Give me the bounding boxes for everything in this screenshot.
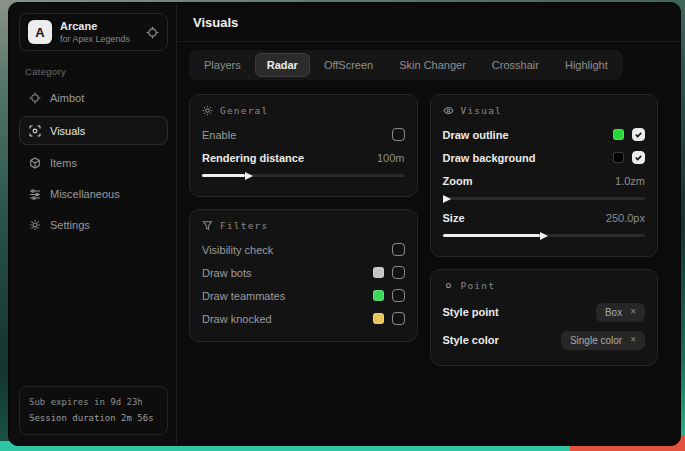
sun-icon (202, 105, 213, 116)
panel-visual: Visual Draw outline (430, 94, 659, 257)
rendering-distance-value: 100m (377, 152, 405, 164)
panel-point-header: Point (443, 280, 646, 291)
sidebar-item-label: Settings (50, 219, 90, 231)
draw-bots-row: Draw bots (202, 262, 405, 283)
tabs-container: Players Radar OffScreen Skin Changer Cro… (189, 50, 623, 80)
draw-outline-checkbox[interactable] (632, 128, 645, 141)
size-row: Size 250.0px (443, 207, 646, 228)
draw-knocked-row: Draw knocked (202, 308, 405, 329)
draw-knocked-label: Draw knocked (202, 313, 272, 325)
draw-teammates-checkbox[interactable] (392, 289, 405, 302)
draw-background-checkbox[interactable] (632, 151, 645, 164)
visibility-check-row: Visibility check (202, 239, 405, 260)
rendering-distance-label: Rendering distance (202, 152, 304, 164)
style-color-row: Style color Single color × (443, 327, 646, 353)
panel-title: Visual (461, 105, 503, 116)
sidebar-item-label: Aimbot (50, 92, 84, 104)
zoom-value: 1.0zm (615, 175, 645, 187)
tabbar: Players Radar OffScreen Skin Changer Cro… (177, 42, 680, 80)
draw-outline-color-swatch[interactable] (613, 129, 624, 140)
enable-checkbox[interactable] (392, 128, 405, 141)
zoom-row: Zoom 1.0zm (443, 170, 646, 191)
draw-knocked-color-swatch[interactable] (373, 313, 384, 324)
size-value: 250.0px (606, 212, 645, 224)
panel-title: Point (461, 280, 496, 291)
draw-bots-checkbox[interactable] (392, 266, 405, 279)
app-subtitle: for Apex Legends (60, 34, 138, 44)
rendering-distance-slider[interactable] (202, 171, 405, 180)
panel-general: General Enable Rendering distance 100m (189, 94, 418, 197)
dot-icon (443, 280, 454, 291)
sub-expires-text: Sub expires in 9d 23h (29, 395, 158, 410)
style-point-row: Style point Box × (443, 299, 646, 325)
sidebar-item-aimbot[interactable]: Aimbot (19, 85, 168, 111)
size-label: Size (443, 212, 465, 224)
close-icon[interactable]: × (630, 335, 636, 345)
category-label: Category (25, 66, 162, 77)
tab-skin-changer[interactable]: Skin Changer (387, 53, 478, 77)
panel-general-header: General (202, 105, 405, 116)
slider-thumb[interactable] (245, 172, 253, 180)
draw-bots-color-swatch[interactable] (373, 267, 384, 278)
slider-fill (443, 234, 540, 237)
draw-teammates-color-swatch[interactable] (373, 290, 384, 301)
content-grid: General Enable Rendering distance 100m (177, 80, 680, 445)
app-header-card: A Arcane for Apex Legends (19, 13, 168, 51)
slider-thumb[interactable] (540, 232, 548, 240)
draw-background-color-swatch[interactable] (613, 152, 624, 163)
draw-background-row: Draw background (443, 147, 646, 168)
check-icon (634, 153, 643, 162)
tab-radar[interactable]: Radar (255, 53, 310, 77)
draw-knocked-checkbox[interactable] (392, 312, 405, 325)
tab-crosshair[interactable]: Crosshair (480, 53, 551, 77)
cube-icon (29, 157, 41, 169)
page-title: Visuals (193, 15, 664, 30)
app-logo: A (28, 20, 52, 44)
zoom-label: Zoom (443, 175, 473, 187)
eye-icon (443, 105, 454, 116)
visibility-check-label: Visibility check (202, 244, 273, 256)
main-area: Visuals Players Radar OffScreen Skin Cha… (177, 3, 680, 445)
crosshair-icon[interactable] (146, 26, 159, 39)
sliders-icon (29, 188, 41, 200)
gear-icon (29, 219, 41, 231)
sidebar-item-items[interactable]: Items (19, 150, 168, 176)
slider-track (443, 197, 646, 200)
style-point-label: Style point (443, 306, 499, 318)
enable-row: Enable (202, 124, 405, 145)
slider-fill (202, 174, 245, 177)
style-point-chip[interactable]: Box × (596, 303, 645, 322)
draw-teammates-label: Draw teammates (202, 290, 285, 302)
tab-offscreen[interactable]: OffScreen (312, 53, 385, 77)
funnel-icon (202, 220, 213, 231)
chip-label: Single color (570, 335, 622, 346)
app-window: A Arcane for Apex Legends Category (8, 2, 681, 446)
visibility-check-checkbox[interactable] (392, 243, 405, 256)
sidebar-item-settings[interactable]: Settings (19, 212, 168, 238)
main-header: Visuals (177, 3, 680, 42)
enable-label: Enable (202, 129, 236, 141)
session-duration-text: Session duration 2m 56s (29, 411, 158, 426)
rendering-distance-row: Rendering distance 100m (202, 147, 405, 168)
sidebar-item-visuals[interactable]: Visuals (19, 116, 168, 145)
tab-highlight[interactable]: Highlight (553, 53, 620, 77)
style-color-chip[interactable]: Single color × (561, 331, 645, 350)
slider-thumb[interactable] (443, 195, 451, 203)
close-icon[interactable]: × (630, 307, 636, 317)
right-column: Visual Draw outline (430, 94, 659, 366)
sidebar-item-miscellaneous[interactable]: Miscellaneous (19, 181, 168, 207)
subscription-info-card: Sub expires in 9d 23h Session duration 2… (19, 386, 168, 435)
tab-players[interactable]: Players (192, 53, 253, 77)
sidebar-item-label: Miscellaneous (50, 188, 120, 200)
sidebar-item-label: Items (50, 157, 77, 169)
draw-teammates-row: Draw teammates (202, 285, 405, 306)
zoom-slider[interactable] (443, 194, 646, 203)
panel-filters-header: Filters (202, 220, 405, 231)
visuals-icon (29, 125, 41, 137)
sidebar-item-label: Visuals (50, 125, 85, 137)
size-slider[interactable] (443, 231, 646, 240)
left-column: General Enable Rendering distance 100m (189, 94, 418, 342)
draw-outline-label: Draw outline (443, 129, 509, 141)
panel-title: Filters (220, 220, 268, 231)
panel-filters: Filters Visibility check (189, 209, 418, 342)
